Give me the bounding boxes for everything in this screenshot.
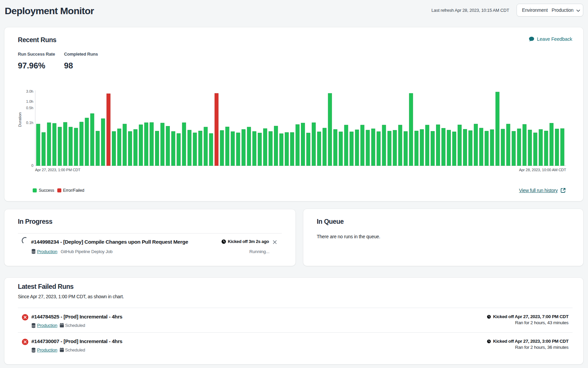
svg-text:Duration: Duration xyxy=(18,112,22,127)
svg-text:1.0h: 1.0h xyxy=(26,99,33,103)
svg-text:0.5h: 0.5h xyxy=(26,106,33,110)
svg-text:0: 0 xyxy=(31,163,33,167)
svg-text:0.1h: 0.1h xyxy=(26,121,33,125)
svg-text:Apr 27, 2023, 1:00 PM CDT: Apr 27, 2023, 1:00 PM CDT xyxy=(35,168,81,172)
svg-text:3.0h: 3.0h xyxy=(26,89,33,93)
svg-text:Apr 28, 2023, 10:00 AM CDT: Apr 28, 2023, 10:00 AM CDT xyxy=(519,168,566,172)
